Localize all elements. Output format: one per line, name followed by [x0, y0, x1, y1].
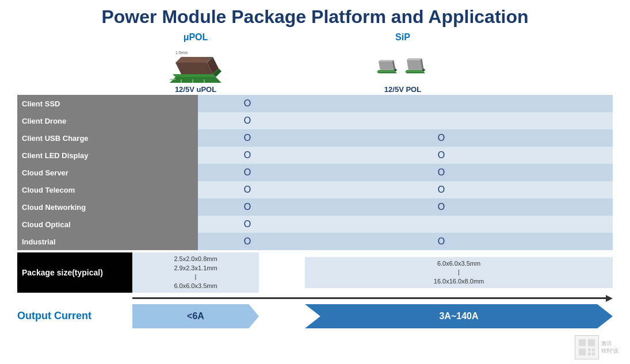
- svg-rect-25: [588, 339, 595, 346]
- upol-header: μPOL: [132, 32, 259, 94]
- sip-header: SiP: [305, 32, 501, 94]
- row-label: Client USB Charge: [17, 129, 198, 147]
- row-label: Client Drone: [17, 112, 198, 129]
- svg-marker-15: [379, 62, 394, 70]
- row-label: Cloud Networking: [17, 198, 198, 216]
- package-size-row: Package size(typical) 2.5x2.0x0.8mm 2.9x…: [17, 252, 613, 293]
- sip-cell: O: [369, 129, 514, 147]
- axis-arrow: [606, 295, 613, 302]
- gap-cell: [297, 233, 369, 250]
- gap-cell: [297, 216, 369, 233]
- page-title: Power Module Package Platform and Applic…: [17, 6, 613, 28]
- table-row: Cloud NetworkingOO: [17, 198, 613, 216]
- upol-cell: O: [198, 112, 297, 129]
- svg-text:2.3mm: 2.3mm: [201, 56, 214, 60]
- row-label: Client LED Display: [17, 147, 198, 164]
- table-row: Cloud ServerOO: [17, 164, 613, 181]
- upol-package-sizes: 2.5x2.0x0.8mm 2.9x2.3x1.1mm | 6.0x6.0x3.…: [132, 252, 259, 293]
- table-row: Client LED DisplayOO: [17, 147, 613, 164]
- svg-marker-18: [405, 72, 425, 74]
- upol-product-label: 12/5V uPOL: [175, 85, 216, 94]
- upol-label: μPOL: [184, 32, 208, 43]
- upol-cell: O: [198, 129, 297, 147]
- gap-cell: [297, 164, 369, 181]
- row-label: Client SSD: [17, 95, 198, 112]
- output-current-row: Output Current <6A 3A~140A: [17, 304, 613, 328]
- sip-cell: O: [369, 198, 514, 216]
- svg-marker-19: [405, 70, 423, 72]
- gap-cell: [297, 112, 369, 129]
- sip-label: SiP: [395, 32, 410, 43]
- svg-rect-24: [579, 339, 586, 346]
- row-label: Industrial: [17, 233, 198, 250]
- sip-cell: [369, 95, 514, 112]
- watermark-text: 激活 转到"设: [601, 340, 618, 355]
- right-cell: [513, 129, 613, 147]
- sip-current: 3A~140A: [305, 304, 613, 328]
- svg-marker-13: [377, 70, 395, 72]
- table-row: Client SSDO: [17, 95, 613, 112]
- sip-cell: O: [369, 233, 514, 250]
- output-label: Output Current: [17, 310, 132, 322]
- right-cell: [513, 181, 613, 198]
- svg-marker-0: [170, 77, 222, 83]
- svg-rect-30: [592, 352, 595, 355]
- application-table: Client SSDOClient DroneOClient USB Charg…: [17, 95, 613, 250]
- sip-cell: O: [369, 164, 514, 181]
- watermark: 激活 转到"设: [575, 335, 618, 359]
- sip-cell: O: [369, 147, 514, 164]
- table-row: Client DroneO: [17, 112, 613, 129]
- upol-current: <6A: [132, 304, 259, 328]
- table-row: Cloud OpticalO: [17, 216, 613, 233]
- svg-rect-26: [579, 348, 586, 355]
- package-sizes: 2.5x2.0x0.8mm 2.9x2.3x1.1mm | 6.0x6.0x3.…: [132, 252, 613, 293]
- table-row: IndustrialOO: [17, 233, 613, 250]
- upol-cell: O: [198, 181, 297, 198]
- gap-cell: [297, 95, 369, 112]
- table-row: Client USB ChargeOO: [17, 129, 613, 147]
- sip-package-sizes: 6.0x6.0x3.5mm | 16.0x16.0x8.0mm: [305, 257, 613, 288]
- gap-cell: [297, 198, 369, 216]
- watermark-icon: [575, 335, 599, 359]
- right-cell: [513, 164, 613, 181]
- sip-cell: [369, 112, 514, 129]
- svg-marker-1: [173, 74, 216, 77]
- gap-cell: [297, 181, 369, 198]
- sip-image: [377, 44, 429, 84]
- right-cell: [513, 216, 613, 233]
- row-label: Cloud Server: [17, 164, 198, 181]
- right-cell: [513, 233, 613, 250]
- right-cell: [513, 198, 613, 216]
- upol-cell: O: [198, 216, 297, 233]
- axis-row: [17, 295, 613, 302]
- table-row: Cloud TelecomOO: [17, 181, 613, 198]
- svg-text:1.5mm: 1.5mm: [175, 51, 188, 55]
- svg-marker-21: [407, 60, 422, 70]
- axis-line: [132, 297, 606, 299]
- svg-marker-3: [175, 63, 213, 74]
- row-label: Cloud Telecom: [17, 181, 198, 198]
- row-label: Cloud Optical: [17, 216, 198, 233]
- svg-rect-27: [588, 348, 591, 351]
- svg-marker-12: [377, 72, 397, 74]
- right-cell: [513, 95, 613, 112]
- package-label: Package size(typical): [17, 252, 132, 293]
- gap-cell: [297, 129, 369, 147]
- upol-cell: O: [198, 233, 297, 250]
- upol-cell: O: [198, 95, 297, 112]
- svg-rect-28: [592, 348, 595, 351]
- right-cell: [513, 147, 613, 164]
- upol-image: 1.5mm 2.3mm: [170, 44, 222, 84]
- output-arrows: <6A 3A~140A: [132, 304, 613, 328]
- sip-cell: O: [369, 181, 514, 198]
- upol-cell: O: [198, 164, 297, 181]
- svg-marker-23: [407, 58, 422, 60]
- sip-cell: [369, 216, 514, 233]
- right-cell: [513, 112, 613, 129]
- upol-cell: O: [198, 198, 297, 216]
- gap-cell: [297, 147, 369, 164]
- sip-product-label: 12/5V POL: [384, 85, 421, 94]
- svg-marker-17: [379, 60, 394, 62]
- upol-cell: O: [198, 147, 297, 164]
- svg-rect-29: [588, 352, 591, 355]
